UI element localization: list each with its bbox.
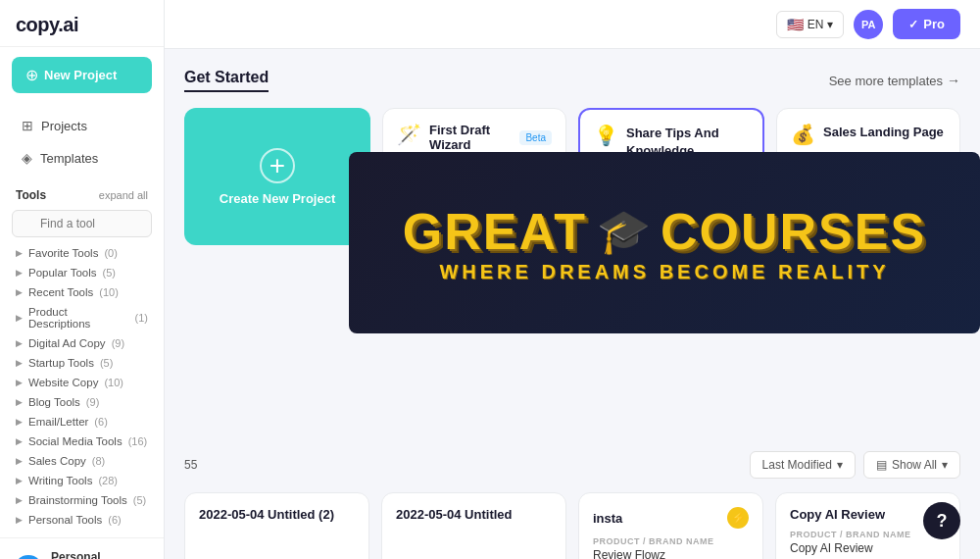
chevron-down-icon: ▾	[942, 458, 948, 472]
promo-title-right: COURSES	[661, 202, 926, 261]
chevron-icon: ▶	[16, 417, 23, 427]
tool-label: Popular Tools	[28, 267, 96, 279]
sort-label: Last Modified	[762, 458, 832, 472]
tool-item-sales-copy[interactable]: ▶ Sales Copy (8)	[0, 451, 164, 471]
tool-item-blog[interactable]: ▶ Blog Tools (9)	[0, 392, 164, 412]
workspace-info: Personal Workspace Free	[51, 550, 132, 559]
sidebar-nav: ⊞ Projects ◈ Templates	[0, 103, 164, 180]
help-bubble-button[interactable]: ?	[923, 502, 960, 539]
workspace-avatar: PW	[14, 555, 43, 559]
filter-label: Show All	[892, 458, 937, 472]
tool-label: Website Copy	[28, 377, 98, 388]
brand-name-value: Copy AI Review	[790, 541, 946, 555]
project-title: 2022-05-04 Untitled (2)	[199, 507, 355, 522]
tool-label: Startup Tools	[28, 357, 94, 369]
search-tool-input[interactable]	[12, 210, 152, 237]
projects-grid: 2022-05-04 Untitled (2) 📄 ••• 2022-05-04…	[184, 492, 960, 559]
tool-list: ▶ Favorite Tools (0) ▶ Popular Tools (5)…	[0, 243, 164, 537]
template-card-top: 🪄 First Draft Wizard Beta	[397, 123, 552, 152]
projects-count: 55	[184, 458, 197, 472]
promo-subtitle: WHERE DREAMS BECOME REALITY	[439, 261, 889, 283]
language-selector[interactable]: 🇺🇸 EN ▾	[776, 11, 845, 38]
sidebar-item-projects[interactable]: ⊞ Projects	[6, 110, 158, 141]
content-area: Get Started See more templates → + Creat…	[165, 49, 980, 559]
tool-label: Personal Tools	[28, 514, 102, 526]
tool-label: Social Media Tools	[28, 435, 122, 447]
check-icon: ✓	[908, 18, 918, 31]
tool-item-brainstorming[interactable]: ▶ Brainstorming Tools (5)	[0, 490, 164, 510]
tool-label: Product Descriptions	[28, 306, 129, 330]
lightning-badge: ⚡	[727, 507, 749, 529]
chevron-icon: ▶	[16, 456, 23, 466]
chevron-icon: ▶	[16, 287, 23, 297]
new-project-button[interactable]: ⊕ New Project	[12, 57, 152, 93]
topbar: 🇺🇸 EN ▾ PA ✓ Pro	[165, 0, 980, 49]
chevron-icon: ▶	[16, 476, 23, 485]
tool-item-personal[interactable]: ▶ Personal Tools (6)	[0, 510, 164, 530]
wand-icon: 🪄	[397, 123, 421, 146]
tool-item-website-copy[interactable]: ▶ Website Copy (10)	[0, 373, 164, 392]
projects-toolbar: 55 Last Modified ▾ ▤ Show All ▾	[184, 451, 960, 479]
tool-item-email[interactable]: ▶ Email/Letter (6)	[0, 412, 164, 432]
chevron-down-icon: ▾	[837, 458, 843, 472]
template-title: Sales Landing Page	[823, 125, 944, 139]
logo-text: copy.ai	[16, 14, 78, 35]
tool-label: Favorite Tools	[28, 247, 98, 259]
user-avatar[interactable]: PA	[854, 10, 883, 39]
brand-name-label: PRODUCT / BRAND NAME	[790, 530, 946, 539]
tool-label: Sales Copy	[28, 455, 86, 467]
project-title: insta	[593, 511, 622, 526]
tool-label: Digital Ad Copy	[28, 337, 106, 349]
money-icon: 💰	[791, 123, 815, 146]
create-project-card[interactable]: + Create New Project	[184, 108, 370, 245]
project-title: 2022-05-04 Untitled	[396, 507, 552, 522]
tool-label: Recent Tools	[28, 286, 93, 298]
project-card-untitled-2[interactable]: 2022-05-04 Untitled (2) 📄 •••	[184, 492, 369, 559]
workspace-footer: PW Personal Workspace Free ⇅	[0, 537, 164, 559]
tools-label: Tools	[16, 188, 46, 202]
create-plus-icon: +	[260, 148, 295, 183]
workspace-name: Personal Workspace	[51, 550, 132, 559]
filter-button[interactable]: ▤ Show All ▾	[863, 451, 960, 479]
tool-item-social[interactable]: ▶ Social Media Tools (16)	[0, 432, 164, 451]
chevron-icon: ▶	[16, 248, 23, 258]
sort-button[interactable]: Last Modified ▾	[750, 451, 856, 479]
sidebar-item-templates[interactable]: ◈ Templates	[6, 142, 158, 174]
tool-label: Brainstorming Tools	[28, 494, 127, 506]
promo-overlay: GREAT 🎓 COURSES WHERE DREAMS BECOME REAL…	[349, 152, 980, 333]
pro-button[interactable]: ✓ Pro	[893, 9, 960, 39]
project-card-insta[interactable]: insta ⚡ PRODUCT / BRAND NAME Review Flow…	[578, 492, 763, 559]
template-title: First Draft Wizard	[429, 123, 514, 152]
expand-all-link[interactable]: expand all	[99, 189, 148, 201]
tool-item-startup[interactable]: ▶ Startup Tools (5)	[0, 353, 164, 373]
templates-icon: ◈	[22, 150, 32, 166]
get-started-header: Get Started See more templates →	[184, 69, 960, 92]
get-started-title: Get Started	[184, 69, 269, 92]
question-icon: ?	[937, 511, 948, 532]
tool-item-writing[interactable]: ▶ Writing Tools (28)	[0, 471, 164, 490]
flag-icon: 🇺🇸	[787, 17, 804, 32]
chevron-down-icon: ▾	[827, 18, 833, 31]
see-more-templates-link[interactable]: See more templates →	[829, 73, 960, 88]
main-area: 🇺🇸 EN ▾ PA ✓ Pro Get Started See more te…	[165, 0, 980, 559]
tool-item-popular[interactable]: ▶ Popular Tools (5)	[0, 263, 164, 282]
toolbar-right: Last Modified ▾ ▤ Show All ▾	[750, 451, 960, 479]
projects-icon: ⊞	[22, 118, 33, 133]
create-card-label: Create New Project	[220, 191, 336, 206]
lang-label: EN	[808, 18, 824, 31]
new-project-label: New Project	[44, 68, 117, 82]
chevron-icon: ▶	[16, 358, 23, 368]
tool-item-digital-ad[interactable]: ▶ Digital Ad Copy (9)	[0, 333, 164, 353]
graduation-cap-icon: 🎓	[597, 206, 651, 257]
plus-icon: ⊕	[25, 66, 38, 84]
chevron-icon: ▶	[16, 495, 23, 505]
chevron-icon: ▶	[16, 397, 23, 407]
tool-item-product-desc[interactable]: ▶ Product Descriptions (1)	[0, 302, 164, 333]
chevron-icon: ▶	[16, 313, 23, 323]
chevron-icon: ▶	[16, 268, 23, 278]
project-card-untitled[interactable]: 2022-05-04 Untitled 📄 •••	[381, 492, 566, 559]
search-tool-wrapper: 🔍	[0, 206, 164, 243]
sidebar-item-label: Projects	[41, 119, 87, 133]
tool-item-recent[interactable]: ▶ Recent Tools (10)	[0, 282, 164, 302]
tool-item-favorite[interactable]: ▶ Favorite Tools (0)	[0, 243, 164, 263]
